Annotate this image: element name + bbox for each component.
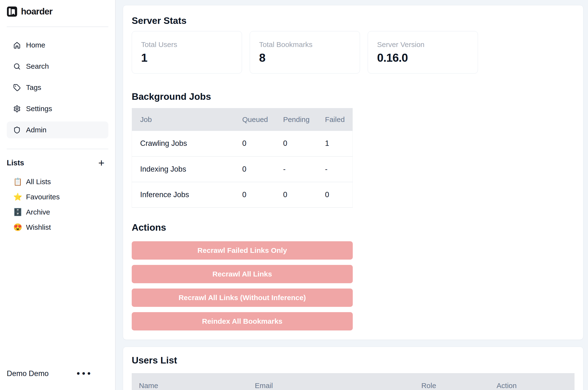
users-list-table: Name Email Role Action bbox=[132, 373, 575, 390]
column-header-action: Action bbox=[497, 373, 575, 390]
stat-card-total-users: Total Users 1 bbox=[132, 31, 242, 74]
table-row: Crawling Jobs 0 0 1 bbox=[132, 131, 353, 156]
column-header-role: Role bbox=[421, 373, 497, 390]
reindex-all-bookmarks-button[interactable]: Reindex All Bookmarks bbox=[132, 312, 353, 331]
pending-cell: 0 bbox=[283, 131, 325, 156]
failed-cell: 1 bbox=[325, 131, 353, 156]
file-cabinet-icon: 🗄️ bbox=[13, 208, 21, 216]
job-name-cell: Crawling Jobs bbox=[132, 131, 242, 156]
user-menu-button[interactable]: ••• bbox=[76, 370, 92, 378]
failed-cell: - bbox=[325, 156, 353, 182]
list-item-label: Wishlist bbox=[26, 223, 51, 231]
stat-value: 0.16.0 bbox=[377, 51, 469, 64]
list-item-label: Favourites bbox=[26, 193, 60, 201]
column-header-failed: Failed bbox=[325, 108, 353, 131]
server-stats-heading: Server Stats bbox=[132, 15, 575, 26]
users-list-heading: Users List bbox=[132, 355, 575, 365]
list-item-label: Archive bbox=[26, 208, 50, 216]
sidebar-divider bbox=[7, 27, 108, 27]
recrawl-without-inference-button[interactable]: Recrawl All Links (Without Inference) bbox=[132, 289, 353, 307]
hoarder-logo-icon bbox=[7, 6, 17, 17]
queued-cell: 0 bbox=[242, 182, 283, 207]
list-item-wishlist[interactable]: 😍 Wishlist bbox=[7, 220, 108, 235]
app-logo[interactable]: hoarder bbox=[7, 6, 108, 17]
list-item-archive[interactable]: 🗄️ Archive bbox=[7, 204, 108, 220]
list-item-favourites[interactable]: ⭐ Favourites bbox=[7, 189, 108, 204]
job-name-cell: Indexing Jobs bbox=[132, 156, 242, 182]
main-content: Server Stats Total Users 1 Total Bookmar… bbox=[116, 0, 588, 390]
lists-header: Lists + bbox=[7, 157, 108, 168]
background-jobs-heading: Background Jobs bbox=[132, 91, 575, 102]
stat-value: 8 bbox=[259, 51, 351, 64]
search-icon bbox=[13, 63, 21, 70]
stat-label: Total Users bbox=[141, 41, 233, 49]
sidebar-item-search[interactable]: Search bbox=[7, 58, 108, 75]
sidebar-nav: Home Search Tags Settings Admin bbox=[7, 37, 108, 138]
server-stats-row: Total Users 1 Total Bookmarks 8 Server V… bbox=[132, 31, 575, 74]
stat-value: 1 bbox=[141, 51, 233, 64]
admin-panel-card: Server Stats Total Users 1 Total Bookmar… bbox=[123, 5, 584, 340]
actions-heading: Actions bbox=[132, 222, 575, 233]
heart-eyes-icon: 😍 bbox=[13, 223, 21, 231]
column-header-queued: Queued bbox=[242, 108, 283, 131]
table-header-row: Name Email Role Action bbox=[132, 373, 575, 390]
sidebar-item-settings[interactable]: Settings bbox=[7, 100, 108, 117]
sidebar-item-home[interactable]: Home bbox=[7, 37, 108, 53]
gear-icon bbox=[13, 105, 21, 113]
column-header-email: Email bbox=[255, 373, 421, 390]
table-row: Indexing Jobs 0 - - bbox=[132, 156, 353, 182]
stat-label: Total Bookmarks bbox=[259, 41, 351, 49]
list-item-all-lists[interactable]: 📋 All Lists bbox=[7, 174, 108, 189]
sidebar-item-label: Home bbox=[26, 41, 45, 49]
pending-cell: - bbox=[283, 156, 325, 182]
sidebar-divider bbox=[7, 149, 108, 149]
sidebar-item-admin[interactable]: Admin bbox=[7, 121, 108, 138]
sidebar-item-label: Tags bbox=[26, 83, 41, 92]
column-header-pending: Pending bbox=[283, 108, 325, 131]
app-title: hoarder bbox=[21, 6, 52, 17]
stat-label: Server Version bbox=[377, 41, 469, 49]
list-item-label: All Lists bbox=[26, 178, 51, 186]
clipboard-icon: 📋 bbox=[13, 177, 21, 186]
sidebar: hoarder Home Search Tags Settings bbox=[0, 0, 116, 390]
sidebar-item-label: Settings bbox=[26, 105, 52, 113]
queued-cell: 0 bbox=[242, 131, 283, 156]
job-name-cell: Inference Jobs bbox=[132, 182, 242, 207]
stat-card-total-bookmarks: Total Bookmarks 8 bbox=[250, 31, 360, 74]
table-row: Inference Jobs 0 0 0 bbox=[132, 182, 353, 207]
shield-icon bbox=[13, 126, 21, 134]
queued-cell: 0 bbox=[242, 156, 283, 182]
pending-cell: 0 bbox=[283, 182, 325, 207]
table-header-row: Job Queued Pending Failed bbox=[132, 108, 353, 131]
lists-title: Lists bbox=[7, 159, 24, 167]
sidebar-item-label: Search bbox=[26, 62, 49, 70]
background-jobs-table: Job Queued Pending Failed Crawling Jobs … bbox=[132, 108, 353, 208]
tag-icon bbox=[13, 84, 21, 91]
actions-stack: Recrawl Failed Links Only Recrawl All Li… bbox=[132, 241, 353, 331]
add-list-button[interactable]: + bbox=[98, 159, 105, 167]
sidebar-item-label: Admin bbox=[26, 126, 46, 134]
recrawl-failed-links-button[interactable]: Recrawl Failed Links Only bbox=[132, 241, 353, 260]
star-icon: ⭐ bbox=[13, 193, 21, 201]
home-icon bbox=[13, 42, 21, 49]
users-list-card: Users List Name Email Role Action bbox=[123, 347, 584, 390]
recrawl-all-links-button[interactable]: Recrawl All Links bbox=[132, 265, 353, 283]
column-header-name: Name bbox=[132, 373, 255, 390]
user-account-row: Demo Demo ••• bbox=[7, 368, 108, 379]
failed-cell: 0 bbox=[325, 182, 353, 207]
user-name: Demo Demo bbox=[7, 369, 49, 378]
sidebar-item-tags[interactable]: Tags bbox=[7, 79, 108, 96]
column-header-job: Job bbox=[132, 108, 242, 131]
stat-card-server-version: Server Version 0.16.0 bbox=[368, 31, 478, 74]
lists-menu: 📋 All Lists ⭐ Favourites 🗄️ Archive 😍 Wi… bbox=[7, 174, 108, 235]
